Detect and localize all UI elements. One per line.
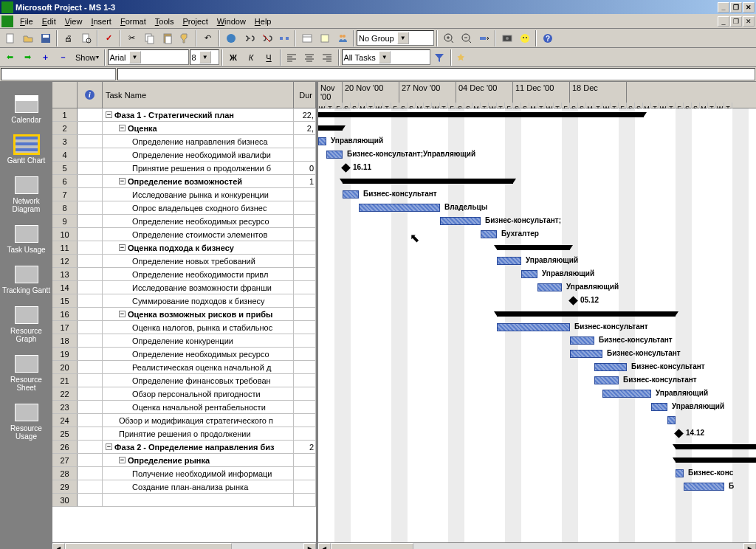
row-number[interactable]: 26 (52, 441, 78, 453)
row-number[interactable]: 11 (52, 241, 78, 254)
paste-button[interactable] (159, 30, 176, 46)
task-bar[interactable] (537, 283, 562, 291)
duration-cell[interactable]: 1 (294, 175, 316, 187)
info-cell[interactable] (78, 294, 103, 307)
row-number[interactable]: 14 (52, 281, 78, 294)
align-center-button[interactable] (301, 49, 318, 66)
grid-scroll-h[interactable]: ◄ ► (52, 542, 316, 549)
table-row[interactable]: 16−Оценка возможных рисков и прибы (52, 308, 316, 321)
info-cell[interactable] (78, 135, 103, 148)
name-column-header[interactable]: Task Name (103, 82, 294, 108)
duration-cell[interactable] (294, 255, 316, 267)
table-row[interactable]: 1−Фаза 1 - Стратегический план22, (52, 108, 316, 122)
row-number[interactable]: 6 (52, 175, 78, 187)
row-number[interactable]: 2 (52, 122, 78, 134)
info-cell[interactable] (78, 427, 103, 440)
entry-name-box[interactable] (1, 68, 116, 80)
align-left-button[interactable] (284, 49, 300, 66)
table-row[interactable]: 27−Определение рынка (52, 454, 316, 467)
task-bar[interactable] (676, 469, 684, 477)
link-tasks-button[interactable] (240, 30, 257, 46)
row-number[interactable]: 19 (52, 348, 78, 360)
info-cell[interactable] (78, 188, 103, 201)
task-notes-button[interactable] (316, 30, 333, 46)
row-number[interactable]: 8 (52, 201, 78, 214)
duration-cell[interactable]: 2 (294, 441, 316, 453)
info-cell[interactable] (78, 241, 103, 254)
menu-help[interactable]: Help (250, 15, 276, 27)
zoom-in-button[interactable] (440, 30, 457, 46)
table-row[interactable]: 5Принятие решения о продолжении б0 (52, 162, 316, 175)
table-row[interactable]: 29Создание план-анализа рынка (52, 480, 316, 494)
task-bar[interactable] (570, 336, 594, 345)
view-tracking-gantt[interactable]: Tracking Gantt (0, 261, 52, 302)
mdi-close-button[interactable]: ✕ (743, 16, 755, 27)
task-bar[interactable] (497, 323, 570, 331)
table-row[interactable]: 17Оценка налогов, рынка и стабильнос (52, 321, 316, 334)
task-bar[interactable] (667, 416, 676, 424)
assign-resources-button[interactable] (334, 30, 351, 46)
duration-cell[interactable] (294, 268, 316, 280)
table-row[interactable]: 11−Оценка подхода к бизнесу (52, 241, 316, 255)
duration-cell[interactable]: 2, (294, 122, 316, 134)
scroll-left-button[interactable]: ◄ (52, 543, 65, 549)
task-name-cell[interactable]: Получение необходимой информаци (103, 467, 294, 480)
row-number[interactable]: 30 (52, 494, 78, 506)
summary-bar[interactable] (318, 112, 644, 117)
duration-cell[interactable] (294, 374, 316, 387)
duration-cell[interactable] (294, 228, 316, 241)
scroll-right-button[interactable]: ► (303, 543, 316, 549)
info-cell[interactable] (78, 281, 103, 294)
menu-project[interactable]: Project (178, 15, 212, 27)
info-cell[interactable] (78, 148, 103, 161)
task-bar[interactable] (684, 483, 724, 491)
duration-cell[interactable] (294, 348, 316, 360)
select-all-cell[interactable] (52, 82, 78, 108)
info-cell[interactable] (78, 387, 103, 400)
task-info-button[interactable] (298, 30, 315, 46)
row-number[interactable]: 24 (52, 414, 78, 427)
table-row[interactable]: 21Определение финансовых требован (52, 374, 316, 387)
task-name-cell[interactable]: Определение необходимости привл (103, 268, 294, 280)
milestone-marker[interactable] (341, 163, 351, 173)
duration-cell[interactable] (294, 308, 316, 320)
task-bar[interactable] (359, 204, 440, 212)
task-bar[interactable] (440, 217, 481, 225)
info-cell[interactable] (78, 414, 103, 427)
font-size-select[interactable]: 8▼ (190, 49, 219, 65)
row-number[interactable]: 25 (52, 427, 78, 440)
row-number[interactable]: 10 (52, 228, 78, 241)
table-row[interactable]: 14Исследование возможности франши (52, 281, 316, 294)
collapse-icon[interactable]: − (119, 125, 126, 131)
duration-cell[interactable] (294, 401, 316, 413)
task-name-cell[interactable]: −Оценка подхода к бизнесу (103, 241, 294, 254)
view-gantt-chart[interactable]: Gantt Chart (0, 131, 52, 172)
italic-button[interactable]: К (243, 49, 260, 66)
duration-cell[interactable] (294, 467, 316, 480)
info-cell[interactable] (78, 175, 103, 187)
restore-button[interactable]: ❐ (730, 2, 742, 13)
duration-cell[interactable] (294, 188, 316, 201)
entry-edit-box[interactable] (117, 68, 755, 80)
collapse-icon[interactable]: − (119, 244, 126, 251)
duration-cell[interactable]: 0 (294, 162, 316, 174)
task-name-cell[interactable]: −Фаза 1 - Стратегический план (103, 108, 294, 121)
menu-format[interactable]: Format (116, 15, 151, 27)
unlink-tasks-button[interactable] (258, 30, 275, 46)
info-cell[interactable] (78, 162, 103, 174)
collapse-icon[interactable]: − (119, 457, 126, 463)
duration-cell[interactable] (294, 201, 316, 214)
task-bar[interactable] (481, 230, 497, 238)
duration-cell[interactable] (294, 427, 316, 440)
task-bar[interactable] (570, 350, 602, 358)
show-outline-button[interactable]: Show ▾ (72, 49, 102, 66)
task-name-cell[interactable]: Определение финансовых требован (103, 374, 294, 387)
task-bar[interactable] (594, 376, 619, 384)
scroll-left-button[interactable]: ◄ (318, 543, 331, 549)
table-row[interactable]: 20Реалистическая оценка начальной д (52, 361, 316, 374)
copy-button[interactable] (141, 30, 158, 46)
task-name-cell[interactable]: −Оценка (103, 122, 294, 134)
row-number[interactable]: 16 (52, 308, 78, 320)
duration-cell[interactable] (294, 215, 316, 227)
info-cell[interactable] (78, 228, 103, 241)
